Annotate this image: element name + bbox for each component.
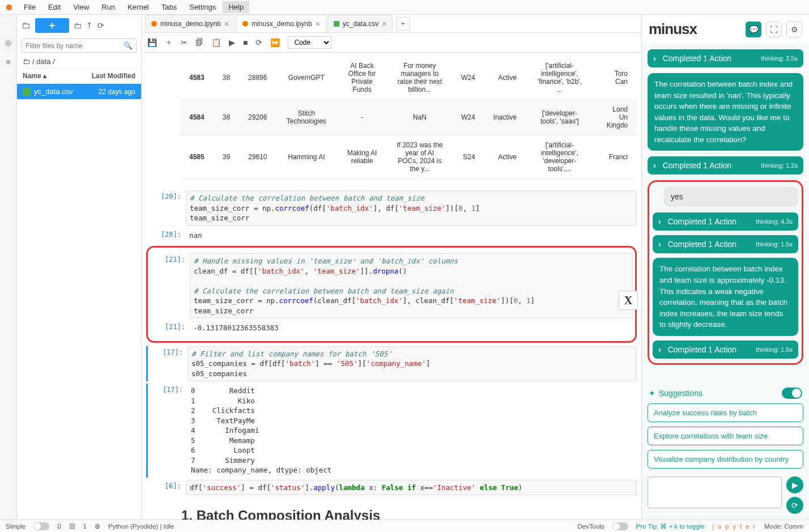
kernel-status[interactable]: Python (Pyodide) | Idle — [108, 523, 174, 530]
breadcrumb[interactable]: 🗀 / data / — [17, 55, 141, 68]
output-cell-17: [17]: 0 Reddit 1 Kiko 2 Clickfacts 3 Tex… — [146, 384, 637, 478]
action-bubble[interactable]: Completed 1 Actionthinking: 1.5s — [653, 235, 798, 253]
file-browser-toolbar: 🗀 + 🗀 ⤒ ⟳ — [17, 15, 141, 36]
notebook-icon — [242, 21, 248, 27]
minusx-logo: minusx — [649, 20, 697, 38]
jupyter-label: j u p y t e r — [713, 523, 756, 530]
menu-settings[interactable]: Settings — [184, 1, 222, 13]
fastforward-icon[interactable]: ⏩ — [270, 38, 280, 47]
action-bubble[interactable]: Completed 1 Actionthinking: 2.5s — [648, 49, 803, 67]
menubar: File Edit View Run Kernel Tabs Settings … — [0, 0, 809, 15]
stop-icon[interactable]: ■ — [243, 38, 248, 47]
mode-label: Mode: Comm — [764, 523, 803, 530]
code-cell-21[interactable]: [21]: # Handle missing values in 'team_s… — [150, 253, 633, 318]
restart-icon[interactable]: ⟳ — [256, 38, 262, 47]
notebook-body[interactable]: 45833828896 GovernGPTAI Back Office for … — [142, 53, 641, 520]
chat-input[interactable] — [648, 476, 782, 508]
tab-notebook-2[interactable]: minusx_demo.ipynb× — [236, 15, 326, 32]
close-icon[interactable]: × — [316, 19, 320, 28]
code-cell-6[interactable]: [6]: df['success'] = df['status'].apply(… — [146, 480, 637, 496]
copy-icon[interactable]: 🗐 — [195, 38, 203, 47]
suggestions-header: ✦ Suggestions — [642, 385, 809, 401]
output-cell-20: [20]: nan — [146, 228, 637, 243]
regenerate-button[interactable]: ⟳ — [786, 497, 803, 514]
panel-header: minusx 💬 ⛶ ⚙ — [642, 15, 809, 44]
devtools-toggle[interactable] — [612, 522, 628, 530]
minusx-floating-button[interactable]: X — [619, 291, 638, 310]
menu-tabs[interactable]: Tabs — [156, 1, 182, 13]
spreadsheet-icon — [23, 88, 31, 96]
run-icon[interactable]: ▶ — [229, 38, 235, 47]
paste-icon[interactable]: 📋 — [211, 38, 221, 47]
suggestion-button[interactable]: Visualize company distribution by countr… — [648, 450, 803, 469]
suggestions-toggle[interactable] — [782, 388, 802, 399]
filter-input[interactable] — [25, 42, 124, 50]
send-button[interactable]: ▶ — [786, 476, 803, 493]
action-bubble[interactable]: Completed 1 Actionthinking: 1.5s — [653, 341, 798, 359]
protip-label: Pro Tip: ⌘ + k to toggle — [636, 522, 705, 530]
spreadsheet-icon — [334, 21, 339, 27]
tab-bar: minusx_demo.ipynb× minusx_demo.ipynb× yc… — [142, 15, 641, 33]
cut-icon[interactable]: ✂ — [181, 38, 188, 47]
markdown-heading: 1. Batch Composition Analysis — [146, 497, 637, 520]
folder-icon[interactable]: 🗀 — [22, 20, 31, 31]
chat-scroll[interactable]: Completed 1 Actionthinking: 2.5s The cor… — [642, 44, 809, 385]
save-icon[interactable]: 💾 — [147, 38, 157, 47]
col-name[interactable]: Name ▴ — [23, 72, 92, 80]
new-folder-icon[interactable]: 🗀 — [74, 21, 82, 30]
notebook-pane: minusx_demo.ipynb× minusx_demo.ipynb× yc… — [142, 15, 641, 520]
status-bar: Simple 0 ☒ 1 ⊕ Python (Pyodide) | Idle D… — [0, 520, 809, 532]
assistant-message: The correlation between batch index and … — [653, 258, 798, 335]
settings-icon[interactable]: ⚙ — [786, 22, 802, 37]
menu-help[interactable]: Help — [223, 1, 249, 13]
file-browser: 🗀 + 🗀 ⤒ ⟳ 🔍 🗀 / data / Name ▴ Last Modif… — [17, 15, 142, 520]
list-icon[interactable]: ≡ — [3, 57, 14, 67]
output-dataframe: 45833828896 GovernGPTAI Back Office for … — [180, 56, 637, 179]
refresh-icon[interactable]: ⟳ — [97, 21, 104, 30]
close-icon[interactable]: × — [224, 19, 229, 28]
assistant-message: The correlation between batch index and … — [648, 73, 803, 151]
menu-view[interactable]: View — [67, 1, 95, 13]
search-icon: 🔍 — [124, 41, 133, 50]
file-row[interactable]: yc_data.csv 22 days ago — [17, 84, 141, 99]
status-count-0: 0 — [57, 523, 61, 530]
left-rail: ◎ ≡ — [0, 15, 17, 520]
celltype-select[interactable]: Code — [288, 36, 331, 49]
menu-edit[interactable]: Edit — [42, 1, 66, 13]
action-bubble[interactable]: Completed 1 Actionthinking: 1.2s — [648, 156, 803, 175]
col-modified[interactable]: Last Modified — [92, 72, 135, 80]
sparkle-icon: ✦ — [649, 389, 655, 398]
menu-file[interactable]: File — [18, 1, 41, 13]
menu-run[interactable]: Run — [96, 1, 121, 13]
chat-icon[interactable]: 💬 — [746, 22, 761, 37]
minusx-panel: minusx 💬 ⛶ ⚙ Completed 1 Actionthinking:… — [641, 15, 809, 520]
status-count-1: 1 — [83, 523, 87, 530]
user-message: yes — [664, 186, 798, 207]
code-cell-20[interactable]: [20]: # Calculate the correlation betwee… — [146, 190, 637, 226]
new-button[interactable]: + — [35, 18, 69, 33]
notebook-toolbar: 💾 ＋ ✂ 🗐 📋 ▶ ■ ⟳ ⏩ Code — [142, 33, 641, 53]
tab-notebook-1[interactable]: minusx_demo.ipynb× — [145, 15, 235, 32]
suggestion-button[interactable]: Analyze success rates by batch — [648, 403, 803, 422]
output-cell-21: [21]: -0.13178012363558383 — [150, 321, 633, 335]
close-icon[interactable]: × — [382, 19, 386, 28]
code-cell-17[interactable]: [17]: # Filter and list company names fo… — [146, 346, 637, 382]
tab-csv[interactable]: yc_data.csv× — [327, 15, 393, 32]
upload-icon[interactable]: ⤒ — [86, 21, 93, 30]
highlighted-chat-region: yes Completed 1 Actionthinking: 4.3s Com… — [648, 180, 803, 364]
capture-icon[interactable]: ⛶ — [766, 22, 782, 37]
table-row: 45843829206 Stitch Technologies-NaN W24I… — [180, 100, 637, 135]
target-icon[interactable]: ◎ — [3, 37, 14, 48]
devtools-label: DevTools — [577, 523, 604, 530]
add-cell-icon[interactable]: ＋ — [165, 37, 173, 48]
table-row: 45833828896 GovernGPTAI Back Office for … — [180, 56, 637, 100]
simple-toggle[interactable] — [33, 522, 49, 530]
action-bubble[interactable]: Completed 1 Actionthinking: 4.3s — [653, 212, 798, 231]
tab-add-button[interactable]: + — [396, 17, 410, 31]
folder-icon: 🗀 — [23, 57, 30, 66]
filter-box[interactable]: 🔍 — [22, 39, 137, 53]
highlighted-region: [21]: # Handle missing values in 'team_s… — [146, 246, 637, 343]
suggestion-button[interactable]: Explore correlations with team size — [648, 427, 803, 445]
menu-kernel[interactable]: Kernel — [122, 1, 155, 13]
chat-input-row: ▶ ⟳ — [642, 471, 809, 520]
